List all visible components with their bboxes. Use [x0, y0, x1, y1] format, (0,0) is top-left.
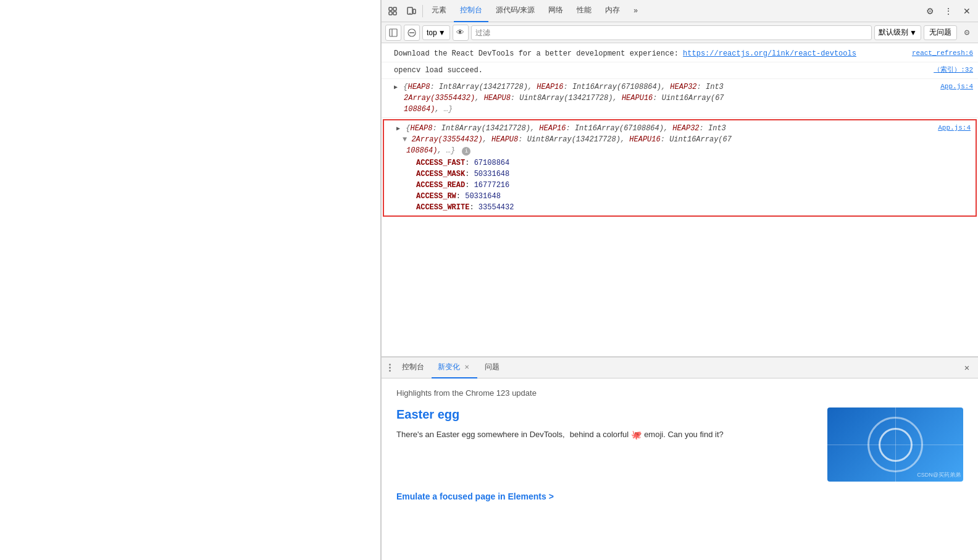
bottom-tab-close-btn[interactable]: ✕ [462, 363, 471, 372]
bottom-panel: 控制台 新变化 ✕ 问题 ✕ Highlights from the Chrom… [382, 356, 978, 560]
easter-egg-text1: There's an Easter egg somewhere in DevTo… [396, 428, 565, 441]
filter-input[interactable] [471, 25, 872, 40]
svg-rect-1 [393, 7, 396, 10]
level-arrow-icon: ▼ [909, 28, 917, 37]
bottom-issues-label: 问题 [485, 362, 499, 372]
toolbar-sep-1 [422, 5, 423, 17]
svg-rect-0 [389, 7, 392, 10]
context-label: top [427, 28, 437, 37]
devtools-panel: 元素 控制台 源代码/来源 网络 性能 内存 » ⚙ ⋮ ✕ top ▼ [381, 0, 978, 560]
svg-point-6 [409, 12, 410, 13]
no-issues-btn[interactable]: 无问题 [924, 25, 957, 40]
bottom-whatsnew-label: 新变化 [438, 362, 460, 372]
object-text-2: {HEAP8: Int8Array(134217728), HEAP16: In… [406, 124, 726, 133]
close-bottom-panel-btn[interactable]: ✕ [959, 361, 974, 375]
console-entry-opencv: （索引）:32 opencv load succeed. [382, 62, 978, 79]
settings-btn[interactable]: ⚙ [921, 2, 938, 20]
prop-access-fast: ACCESS_FAST: 67108864 [416, 157, 971, 169]
tab-network[interactable]: 网络 [542, 0, 569, 22]
prop-access-read: ACCESS_READ: 16777216 [416, 180, 971, 191]
expand-arrow-1[interactable]: ▶ [394, 84, 398, 91]
object-properties: ACCESS_FAST: 67108864 ACCESS_MASK: 50331… [396, 157, 971, 213]
prop-key-4: ACCESS_RW [416, 192, 456, 201]
console-settings-icon[interactable]: ⚙ [959, 25, 974, 40]
tab-elements[interactable]: 元素 [425, 0, 453, 22]
prop-access-mask: ACCESS_MASK: 50331648 [416, 169, 971, 180]
level-label: 默认级别 [879, 27, 908, 38]
easter-egg-text: There's an Easter egg somewhere in DevTo… [396, 428, 817, 441]
source-link-2[interactable]: （索引）:32 [934, 65, 973, 75]
console-entry-react: react_refresh:6 Download the React DevTo… [382, 46, 978, 62]
prop-val-1: 67108864 [474, 159, 510, 167]
dropdown-arrow-icon: ▼ [438, 28, 446, 37]
bottom-console-label: 控制台 [402, 362, 424, 372]
tab-performance[interactable]: 性能 [570, 0, 598, 22]
object-text-1: {HEAP8: Int8Array(134217728), HEAP16: In… [403, 83, 724, 91]
tab-sources[interactable]: 源代码/来源 [490, 0, 541, 22]
tab-more[interactable]: » [627, 0, 644, 22]
console-entry-heap2: App.js:4 ▶ {HEAP8: Int8Array(134217728),… [383, 119, 977, 217]
emulate-focused-link[interactable]: Emulate a focused page in Elements > [396, 491, 554, 501]
bottom-tab-issues[interactable]: 问题 [479, 357, 506, 378]
prop-val-5: 33554432 [479, 203, 514, 212]
svg-rect-5 [413, 9, 416, 14]
console-entry-heap1: App.js:4 ▶ {HEAP8: Int8Array(134217728),… [382, 79, 978, 118]
whats-new-content: Highlights from the Chrome 123 update Ea… [382, 378, 978, 560]
bottom-drag-handle[interactable] [385, 361, 395, 374]
browser-content-panel [0, 0, 381, 560]
close-devtools-btn[interactable]: ✕ [958, 2, 976, 20]
csdn-watermark: CSDN@买药弟弟 [917, 471, 961, 479]
whats-new-header: Highlights from the Chrome 123 update [396, 388, 963, 398]
whats-new-row: Easter egg There's an Easter egg somewhe… [396, 407, 963, 482]
device-toolbar-btn[interactable] [403, 2, 420, 20]
info-icon[interactable]: i [462, 147, 470, 156]
console-output[interactable]: react_refresh:6 Download the React DevTo… [382, 43, 978, 356]
expand-arrow-2[interactable]: ▶ [396, 125, 400, 132]
prop-val-3: 16777216 [474, 181, 510, 190]
palette-emoji: 🐙 [631, 428, 642, 441]
console-text-2: opencv load succeed. [394, 66, 483, 75]
easter-egg-text2: behind a colorful [570, 428, 629, 441]
easter-egg-title: Easter egg [396, 407, 817, 422]
chrome-thumbnail: CSDN@买药弟弟 [827, 407, 963, 482]
object-text-1b: 2Array(33554432), HEAPU8: Uint8Array(134… [394, 94, 724, 102]
prop-key-2: ACCESS_MASK [416, 170, 465, 178]
prop-key-1: ACCESS_FAST [416, 159, 465, 167]
console-text-1: Download the React DevTools for a better… [394, 49, 683, 58]
inspect-icon-btn[interactable] [384, 2, 401, 20]
svg-rect-3 [393, 12, 396, 15]
prop-val-2: 50331648 [474, 170, 510, 178]
thumbnail-vline [895, 407, 896, 482]
whats-new-text-col: Easter egg There's an Easter egg somewhe… [396, 407, 817, 441]
more-options-btn[interactable]: ⋮ [940, 2, 957, 20]
source-link-1[interactable]: react_refresh:6 [912, 48, 973, 59]
console-second-toolbar: top ▼ 👁 默认级别 ▼ 无问题 ⚙ [382, 22, 978, 43]
devtools-top-toolbar: 元素 控制台 源代码/来源 网络 性能 内存 » ⚙ ⋮ ✕ [382, 0, 978, 22]
log-level-selector[interactable]: 默认级别 ▼ [874, 25, 921, 40]
easter-egg-text3: emoji. Can you find it? [644, 428, 724, 441]
tab-memory[interactable]: 内存 [599, 0, 626, 22]
react-devtools-link[interactable]: https://reactjs.org/link/react-devtools [683, 49, 856, 58]
prop-key-3: ACCESS_READ [416, 181, 465, 190]
object-text-1c: 108864), …} [394, 105, 453, 114]
object-text-2b: ▼ 2Array(33554432), HEAPU8: Uint8Array(1… [396, 135, 732, 144]
bottom-tab-whats-new[interactable]: 新变化 ✕ [432, 357, 477, 378]
tab-console[interactable]: 控制台 [454, 0, 488, 22]
live-expression-btn[interactable]: 👁 [453, 25, 469, 41]
prop-key-5: ACCESS_WRITE [416, 203, 469, 212]
source-link-3[interactable]: App.js:4 [940, 81, 973, 92]
bottom-tab-console[interactable]: 控制台 [396, 357, 430, 378]
no-issues-label: 无问题 [929, 27, 951, 38]
object-text-2c: 108864), …} [396, 146, 455, 155]
prop-access-rw: ACCESS_RW: 50331648 [416, 191, 971, 202]
sidebar-toggle-btn[interactable] [385, 25, 401, 41]
prop-access-write: ACCESS_WRITE: 33554432 [416, 202, 971, 213]
prop-val-4: 50331648 [465, 192, 501, 201]
context-selector[interactable]: top ▼ [422, 25, 450, 40]
clear-console-btn[interactable] [404, 25, 420, 41]
svg-rect-7 [390, 29, 397, 36]
bottom-tabs-bar: 控制台 新变化 ✕ 问题 ✕ [382, 357, 978, 378]
svg-rect-2 [389, 12, 392, 15]
emulate-link-row: Emulate a focused page in Elements > [396, 491, 963, 501]
source-link-4[interactable]: App.js:4 [938, 123, 971, 133]
